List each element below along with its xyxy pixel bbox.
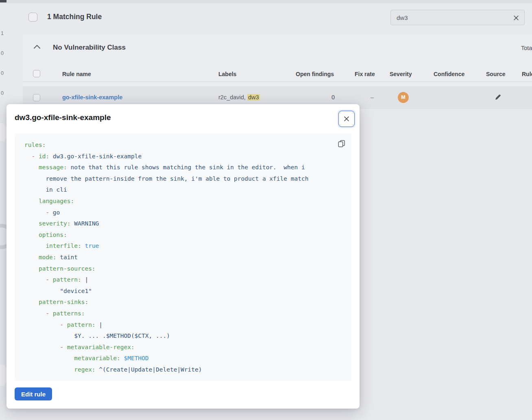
rule-name-link[interactable]: go-xfile-sink-example [62,94,122,101]
copy-button[interactable] [336,138,347,150]
fix-rate-value: – [371,94,374,101]
label-highlight: dw3 [247,94,260,101]
column-header-labels: Labels [218,71,236,77]
rule-detail-modal: dw3.go-xfile-sink-example rules: - id: d… [7,104,360,409]
top-edge-strip [0,0,532,3]
group-select-checkbox[interactable] [33,70,40,77]
column-header-open-findings: Open findings [296,71,334,77]
matching-rules-count: 1 Matching Rule [47,13,102,21]
select-all-checkbox[interactable] [28,13,37,22]
background-card-fragment [0,123,7,141]
close-button[interactable] [338,111,355,127]
axis-label: 0 [1,70,7,76]
custom-rule-pen-icon[interactable] [495,94,501,101]
axis-label: 1 [1,31,7,36]
copy-icon [338,140,345,147]
rule-search-box [390,10,525,25]
label-text: r2c_david, [218,94,247,101]
search-input[interactable] [391,10,524,25]
collapse-chevron-icon[interactable] [34,45,40,49]
rule-code: rules: - id: dw3.go-xfile-sink-example m… [15,133,351,381]
severity-badge: M [398,92,409,103]
top-corner-fragment [0,0,7,2]
column-header-fix-rate: Fix rate [355,71,375,77]
group-title: No Vulnerability Class [53,44,126,52]
close-icon [343,115,350,122]
modal-title: dw3.go-xfile-sink-example [15,113,111,122]
labels-cell: r2c_david, dw3 [218,94,260,101]
clear-search-icon[interactable] [513,15,519,21]
row-checkbox[interactable] [33,94,40,101]
column-header-rule: Rule [522,71,532,77]
axis-label: 0 [1,90,7,96]
total-label: Tota [521,45,532,51]
column-header-source: Source [486,71,505,77]
background-card-fragment [0,365,7,386]
table-header-divider [23,81,532,82]
column-header-severity: Severity [390,71,412,77]
column-header-confidence: Confidence [434,71,464,77]
axis-label: 0 [1,50,7,56]
edit-rule-button[interactable]: Edit rule [15,387,52,400]
column-header-rule-name: Rule name [62,71,91,77]
open-findings-value: 0 [331,94,335,101]
